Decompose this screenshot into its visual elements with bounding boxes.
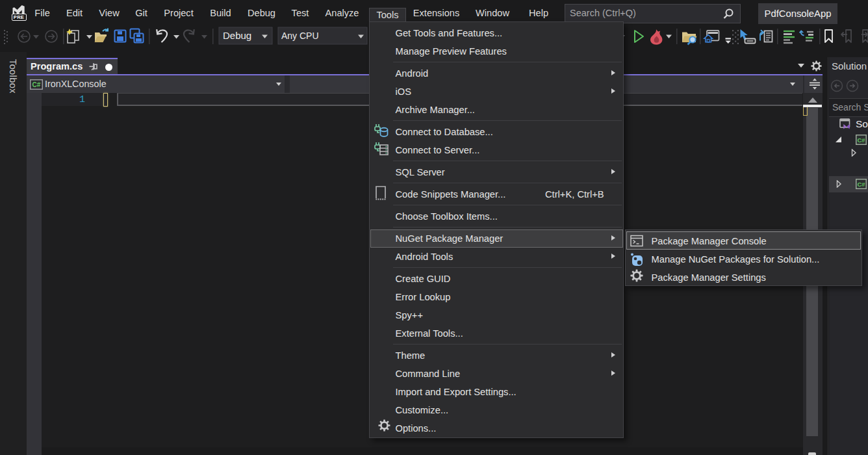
svg-text:C#: C# [32,81,41,88]
svg-text:C#: C# [857,181,865,188]
svg-text:C#: C# [857,136,865,144]
